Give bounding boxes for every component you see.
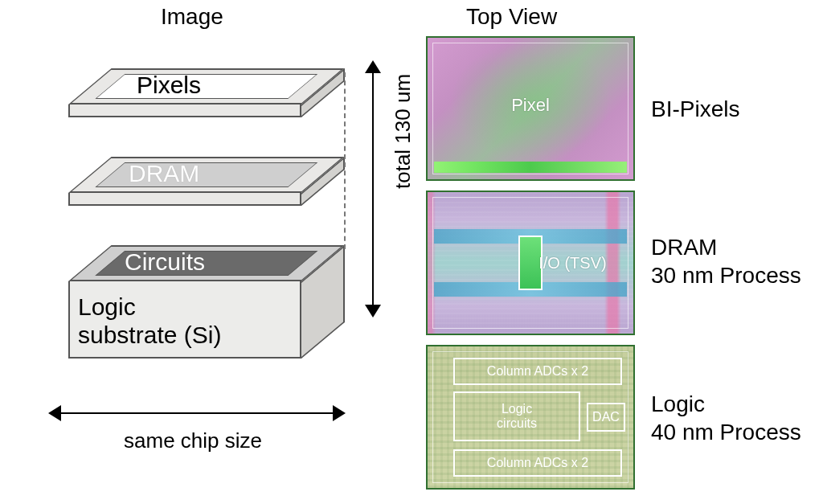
panel-logic: Column ADCs x 2 Logic circuits DAC Colum… <box>426 345 635 490</box>
panel-pixel-overlay: Pixel <box>511 95 550 116</box>
logic-adcs-bot-box: Column ADCs x 2 <box>453 449 622 477</box>
panel-pixel: Pixel <box>426 36 635 181</box>
figure: Image Top View Pixels DRAM Circuits Logi… <box>0 0 823 504</box>
height-caption: total 130 um <box>391 74 416 189</box>
layer-circuits-label: Circuits <box>125 248 205 276</box>
exploded-stack: Pixels DRAM Circuits Logic substrate (Si… <box>20 52 366 398</box>
height-arrow <box>362 60 384 318</box>
layer-pixels-label: Pixels <box>137 72 201 99</box>
substrate-label: Logic substrate (Si) <box>78 293 221 349</box>
logic-circuits-box: Logic circuits <box>453 391 580 441</box>
panel-dram-overlay: I/O (TSV) <box>538 254 606 272</box>
right-title: Top View <box>466 4 557 30</box>
layer-dram-label: DRAM <box>129 160 199 187</box>
panel-pixel-side: BI-Pixels <box>651 96 739 122</box>
left-title: Image <box>161 4 223 30</box>
logic-adcs-top-box: Column ADCs x 2 <box>453 358 622 385</box>
width-caption: same chip size <box>88 428 297 453</box>
panel-logic-side: Logic 40 nm Process <box>651 390 801 446</box>
logic-dac-box: DAC <box>587 403 625 432</box>
width-arrow <box>48 402 346 424</box>
panel-dram: I/O (TSV) <box>426 191 635 335</box>
panel-dram-side: DRAM 30 nm Process <box>651 233 801 289</box>
